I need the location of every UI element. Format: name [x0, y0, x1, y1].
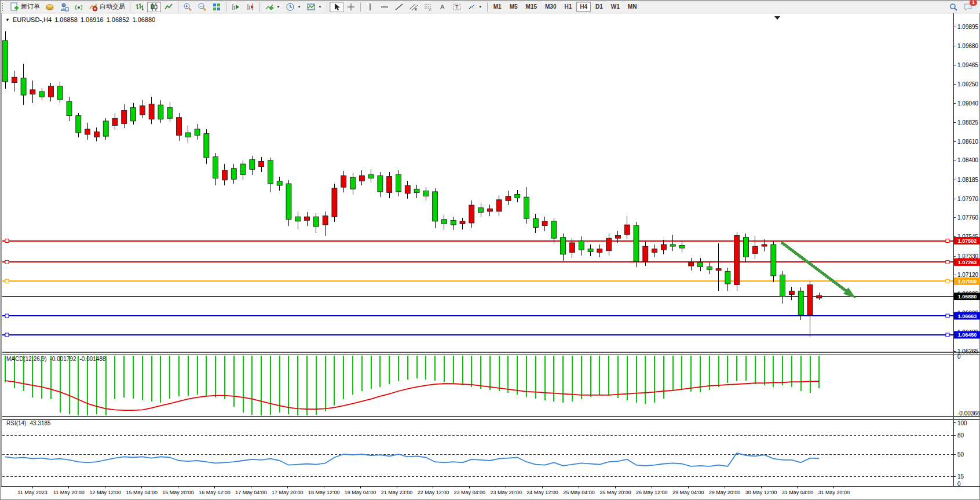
rsi-axis-label: 50	[957, 451, 964, 458]
auto-scroll-button[interactable]	[229, 2, 243, 12]
tile-windows-button[interactable]	[210, 2, 224, 12]
line-handle[interactable]	[946, 314, 949, 317]
candle	[460, 221, 465, 224]
price-tick-label: 1.08400	[957, 157, 979, 163]
candle	[441, 220, 447, 224]
time-axis-label: 29 May 04:00	[672, 490, 704, 495]
autotrading-button[interactable]: 自动交易	[86, 2, 127, 12]
toolbar-separator	[360, 2, 361, 12]
line-handle[interactable]	[946, 333, 949, 337]
indicators-button[interactable]: ▼	[262, 2, 283, 12]
time-axis-label: 21 May 23:00	[381, 490, 413, 495]
line-handle[interactable]	[5, 239, 9, 243]
periods-button[interactable]: ▼	[283, 2, 303, 12]
shapes-button[interactable]: ▼	[465, 2, 485, 12]
timeframe-m30[interactable]: M30	[542, 2, 560, 12]
price-tick-label: 1.08610	[957, 138, 979, 145]
candle	[762, 244, 767, 246]
tile-windows-icon	[212, 2, 221, 12]
candle	[177, 118, 182, 136]
time-axis-label: 12 May 12:00	[90, 490, 122, 495]
quote-close: 1.06880	[132, 16, 155, 23]
search-button[interactable]	[946, 2, 960, 12]
time-axis-label: 17 May 20:00	[272, 490, 303, 495]
candle	[597, 249, 602, 253]
price-tick-label: 1.07970	[957, 196, 979, 202]
symbol-dropdown-icon: ▼	[5, 17, 10, 23]
line-chart-icon	[164, 2, 173, 12]
line-handle[interactable]	[946, 239, 949, 243]
candle	[771, 244, 776, 276]
crosshair-button[interactable]	[344, 2, 358, 12]
line-handle[interactable]	[946, 279, 949, 283]
timeframe-mn[interactable]: MN	[624, 2, 641, 12]
macd-signal-value: -0.001488	[80, 356, 106, 362]
line-handle[interactable]	[5, 314, 9, 317]
timeframe-h1[interactable]: H1	[561, 2, 575, 12]
line-chart-button[interactable]	[162, 2, 175, 12]
horizontal-line-button[interactable]	[378, 2, 392, 12]
candle	[670, 244, 675, 246]
line-handle[interactable]	[946, 260, 949, 264]
rsi-label: RSI(14) 43.3185	[6, 420, 51, 426]
candle	[451, 220, 456, 225]
candle	[561, 238, 566, 254]
time-axis-label: 25 May 20:00	[599, 490, 631, 495]
macd-axis-min: -0.003666	[957, 410, 980, 417]
price-tick-label: 1.08185	[957, 177, 979, 183]
price-badge-label: 1.07263	[958, 260, 977, 265]
time-axis-label: 29 May 20:00	[709, 490, 741, 495]
toolbar-separator	[487, 2, 488, 12]
trendline-button[interactable]	[392, 2, 406, 12]
cursor-button[interactable]	[330, 2, 343, 12]
svg-text:F: F	[429, 8, 432, 12]
signals-button[interactable]	[72, 2, 86, 12]
candle	[149, 104, 154, 119]
timeframe-w1[interactable]: W1	[608, 2, 623, 12]
candle	[30, 90, 35, 94]
latest-bar-marker-icon	[774, 16, 780, 20]
candle	[268, 160, 273, 184]
timeframe-m5[interactable]: M5	[506, 2, 521, 12]
chart-shift-button[interactable]	[243, 2, 257, 12]
text-tool-button[interactable]: A	[436, 2, 449, 12]
rsi-axis-label: 15	[957, 473, 964, 480]
timeframe-d1[interactable]: D1	[592, 2, 606, 12]
candle	[167, 108, 173, 119]
timeframe-m1[interactable]: M1	[490, 2, 505, 12]
time-axis-label: 19 May 04:00	[345, 490, 376, 495]
timeframe-m15[interactable]: M15	[522, 2, 540, 12]
deposit-button[interactable]	[43, 2, 57, 12]
text-label-button[interactable]: T	[450, 2, 464, 12]
zoom-out-button[interactable]	[195, 2, 209, 12]
zoom-in-button[interactable]	[181, 2, 195, 12]
equidistant-channel-icon: E	[409, 2, 418, 12]
candle	[469, 205, 474, 223]
candle	[588, 249, 593, 252]
time-axis-label: 31 May 04:00	[782, 490, 814, 495]
vertical-line-button[interactable]	[363, 2, 377, 12]
quote-open: 1.06858	[54, 16, 78, 23]
line-handle[interactable]	[5, 279, 9, 283]
candle	[112, 118, 118, 125]
fibonacci-button[interactable]: F	[421, 2, 435, 12]
equidistant-channel-button[interactable]: E	[407, 2, 420, 12]
candle	[524, 197, 529, 218]
line-handle[interactable]	[5, 333, 9, 337]
candle	[158, 105, 163, 119]
candlestick-button[interactable]	[147, 2, 161, 12]
candle	[76, 116, 81, 133]
svg-text:A: A	[440, 3, 445, 10]
candle	[103, 121, 108, 136]
templates-button[interactable]: ▼	[304, 2, 324, 12]
bar-chart-button[interactable]	[133, 2, 147, 12]
candle	[195, 129, 200, 136]
line-handle[interactable]	[5, 260, 9, 264]
chart-canvas[interactable]: 1.098951.096801.094651.092501.090401.088…	[1, 1, 980, 500]
profile-button[interactable]	[57, 2, 71, 12]
timeframe-h4[interactable]: H4	[576, 2, 591, 12]
new-order-button[interactable]: 新订单	[8, 2, 42, 12]
crosshair-icon	[346, 2, 356, 12]
price-tick-label: 1.07760	[957, 214, 979, 221]
quote-header[interactable]: ▼ EURUSD-,H4 1.06858 1.06916 1.06852 1.0…	[5, 16, 155, 23]
